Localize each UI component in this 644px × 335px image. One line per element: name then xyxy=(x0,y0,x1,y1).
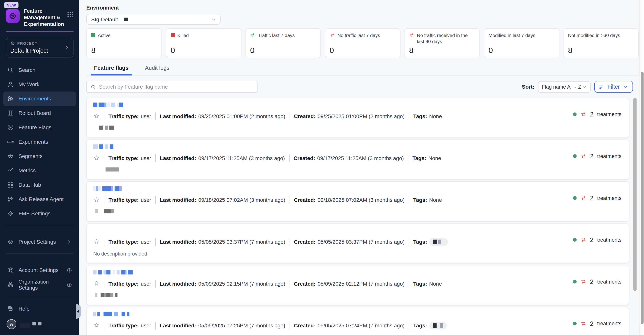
flag-name-redacted[interactable] xyxy=(93,270,622,275)
fme-icon xyxy=(7,210,14,217)
flag-row[interactable]: Traffic type:userLast modified:05/05/202… xyxy=(86,307,629,335)
meta-divider xyxy=(409,280,409,287)
window-scrollbar-thumb[interactable] xyxy=(640,72,644,324)
list-scrollbar-thumb[interactable] xyxy=(633,98,636,291)
flag-name-redacted[interactable] xyxy=(93,144,622,149)
avatar[interactable]: A xyxy=(6,319,16,329)
last-modified: Last modified:05/05/2025 07:25PM (7 mont… xyxy=(160,322,285,328)
meta-divider xyxy=(155,322,156,329)
stat-label: Active xyxy=(98,32,110,38)
info-icon[interactable] xyxy=(66,282,72,287)
sidebar-item-segments[interactable]: Segments xyxy=(3,149,76,163)
search-icon xyxy=(90,84,96,90)
user-menu[interactable]: A xyxy=(0,316,79,335)
stat-card-no-traffic-received-in-the-last-90-days: No traffic received in the last 90 days8 xyxy=(404,28,480,58)
stat-label: Traffic last 7 days xyxy=(258,32,295,38)
app-title: Feature Management & Experimentation xyxy=(24,8,64,27)
meta-divider xyxy=(155,154,156,162)
stat-label: No traffic last 7 days xyxy=(338,32,380,38)
user-name-redacted xyxy=(20,320,42,328)
sort-select[interactable]: Flag name A → Z xyxy=(538,81,591,92)
sidebar-divider xyxy=(6,296,74,296)
app-window: NEW Feature Management & Experimentation xyxy=(0,0,644,335)
people-icon xyxy=(7,153,14,160)
search-input[interactable]: Search by Feature flag name xyxy=(86,81,258,93)
app-switcher-icon[interactable] xyxy=(66,11,74,18)
tag-pill-redacted[interactable] xyxy=(429,238,448,246)
meta-divider xyxy=(408,154,408,162)
svg-text:?: ? xyxy=(9,307,10,309)
sidebar-item-organization-settings[interactable]: Organization Settings xyxy=(3,277,76,292)
meta-divider xyxy=(104,238,104,246)
sidebar-item-fme-settings[interactable]: FME Settings xyxy=(3,206,76,221)
tab-audit-logs[interactable]: Audit logs xyxy=(145,65,170,75)
grid4-icon xyxy=(7,181,14,188)
project-label: PROJECT xyxy=(10,41,69,46)
sidebar-item-account-settings[interactable]: Account Settings xyxy=(3,263,76,277)
sidebar-item-rollout-board[interactable]: Rollout Board xyxy=(3,106,76,120)
stat-value: 0 xyxy=(171,46,236,55)
filter-button[interactable]: Filter xyxy=(594,81,633,93)
cube-icon xyxy=(10,41,15,46)
tags: Tags:None xyxy=(413,197,442,203)
meta-divider xyxy=(155,112,156,120)
sidebar-item-my-work[interactable]: My Work xyxy=(3,77,76,91)
flag-name-redacted[interactable] xyxy=(93,102,622,107)
sidebar-item-project-settings[interactable]: Project Settings xyxy=(3,235,76,249)
favorite-star-icon[interactable] xyxy=(93,238,100,245)
traffic-type: Traffic type:user xyxy=(108,197,151,203)
flag-row[interactable]: Traffic type:userLast modified:05/05/202… xyxy=(86,223,629,263)
treatments-swap-icon xyxy=(580,153,586,159)
flag-row[interactable]: Traffic type:userLast modified:09/25/202… xyxy=(86,98,629,138)
traffic-type: Traffic type:user xyxy=(108,322,151,328)
favorite-star-icon[interactable] xyxy=(93,322,100,329)
flag-row[interactable]: Traffic type:userLast modified:09/18/202… xyxy=(86,181,629,222)
help-button[interactable]: ? Help xyxy=(3,302,76,316)
info-icon[interactable] xyxy=(66,267,72,273)
flag-name-redacted[interactable] xyxy=(93,186,622,191)
meta-divider xyxy=(104,280,104,287)
treatments-count: 2 xyxy=(590,236,594,243)
favorite-star-icon[interactable] xyxy=(93,113,100,119)
sidebar-item-search[interactable]: Search xyxy=(3,63,76,77)
favorite-star-icon[interactable] xyxy=(93,196,100,203)
meta-divider xyxy=(409,112,409,120)
project-switcher[interactable]: PROJECT Default Project xyxy=(6,38,74,57)
tags: Tags: xyxy=(413,322,447,329)
tag-pill-redacted[interactable] xyxy=(429,322,447,329)
sidebar-divider xyxy=(6,253,74,254)
treatments-label: treatments xyxy=(597,279,621,285)
environment-select[interactable]: Stg-Default xyxy=(86,14,220,24)
sidebar-item-experiments[interactable]: Experiments xyxy=(3,135,76,149)
flag-row[interactable]: Traffic type:userLast modified:05/09/202… xyxy=(86,265,629,305)
favorite-star-icon[interactable] xyxy=(93,280,100,287)
favorite-star-icon[interactable] xyxy=(93,155,100,161)
sidebar-divider xyxy=(6,225,74,225)
env-icon xyxy=(7,95,14,102)
sidebar-item-metrics[interactable]: Metrics xyxy=(3,163,76,178)
sidebar-item-ask-release-agent[interactable]: Ask Release Agent xyxy=(3,192,76,206)
sidebar-item-label: Project Settings xyxy=(18,239,56,245)
created: Created:09/25/2025 01:00PM (2 months ago… xyxy=(294,113,404,119)
meta-divider xyxy=(289,154,290,162)
meta-divider xyxy=(104,322,104,329)
last-modified: Last modified:05/09/2025 02:15PM (7 mont… xyxy=(160,281,285,287)
stat-card-killed: Killed0 xyxy=(166,28,241,58)
flag-description: No description provided. xyxy=(93,251,622,257)
environment-redacted-block xyxy=(124,17,128,21)
sidebar-item-data-hub[interactable]: Data Hub xyxy=(3,178,76,192)
tab-feature-flags[interactable]: Feature flags xyxy=(94,65,128,75)
flag-name-redacted[interactable] xyxy=(93,228,622,233)
killed-status-icon xyxy=(171,33,175,37)
stat-card-modified-in-last-7-days: Modified in last 7 days0 xyxy=(484,28,559,58)
sidebar-item-environments[interactable]: Environments xyxy=(3,91,76,106)
no-traffic-arrows-icon xyxy=(409,32,414,38)
flag-name-redacted[interactable] xyxy=(93,311,622,316)
treatments-count: 2 xyxy=(590,278,594,285)
sparkles-icon xyxy=(7,196,14,203)
stat-value: 0 xyxy=(250,46,316,55)
treatments-count: 2 xyxy=(590,320,594,327)
meta-divider xyxy=(104,112,104,120)
flag-row[interactable]: Traffic type:userLast modified:09/17/202… xyxy=(86,139,629,180)
sidebar-item-feature-flags[interactable]: Feature Flags xyxy=(3,120,76,135)
